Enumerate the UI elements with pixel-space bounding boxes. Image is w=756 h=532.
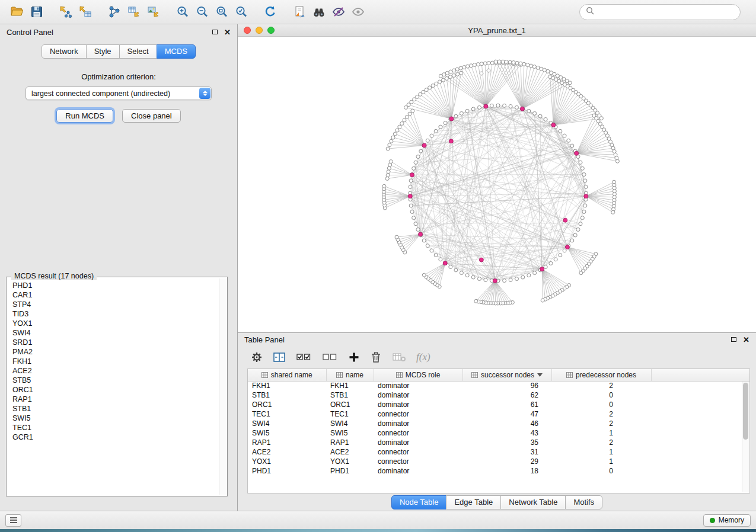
mcds-node-item[interactable]: STB1 bbox=[8, 404, 218, 414]
table-cell[interactable]: 2 bbox=[551, 381, 651, 390]
float-panel-icon[interactable] bbox=[212, 30, 218, 34]
new-network-icon[interactable] bbox=[104, 3, 124, 21]
table-cell[interactable]: dominator bbox=[374, 466, 462, 476]
table-cell[interactable]: 2 bbox=[551, 419, 651, 428]
mcds-node-item[interactable]: CAR1 bbox=[8, 290, 218, 300]
table-cell[interactable]: 31 bbox=[462, 447, 551, 457]
column-header-shared-name[interactable]: shared name bbox=[248, 369, 326, 381]
zoom-selected-icon[interactable] bbox=[231, 3, 251, 21]
delete-row-icon[interactable] bbox=[370, 351, 382, 363]
table-cell[interactable]: SWI4 bbox=[326, 419, 374, 428]
table-cell[interactable]: YOX1 bbox=[326, 457, 374, 466]
table-cell[interactable]: 1 bbox=[551, 428, 651, 438]
tab-network[interactable]: Network bbox=[42, 44, 87, 59]
table-cell[interactable]: connector bbox=[374, 428, 462, 438]
network-canvas[interactable] bbox=[238, 37, 756, 332]
table-cell[interactable]: dominator bbox=[374, 400, 462, 409]
table-row[interactable]: SWI5SWI5connector431 bbox=[248, 428, 749, 438]
column-header-MCDS-role[interactable]: MCDS role bbox=[374, 369, 462, 381]
open-session-icon[interactable] bbox=[7, 3, 27, 21]
table-cell[interactable]: 0 bbox=[551, 390, 651, 400]
table-cell[interactable]: 2 bbox=[551, 409, 651, 419]
import-network-icon[interactable] bbox=[56, 3, 75, 21]
criterion-dropdown[interactable]: largest connected component (undirected) bbox=[25, 86, 212, 100]
table-row[interactable]: FKH1FKH1dominator962 bbox=[248, 381, 749, 390]
table-row[interactable]: PHD1PHD1dominator180 bbox=[248, 466, 749, 476]
table-cell[interactable]: TEC1 bbox=[248, 409, 326, 419]
delete-table-icon[interactable] bbox=[392, 351, 406, 363]
panel-menu-button[interactable] bbox=[5, 514, 21, 527]
mcds-list-scrollbar[interactable] bbox=[219, 278, 226, 495]
table-cell[interactable]: connector bbox=[374, 457, 462, 466]
table-cell[interactable]: PHD1 bbox=[326, 466, 374, 476]
table-cell[interactable]: ACE2 bbox=[248, 447, 326, 457]
table-row[interactable]: ACE2ACE2connector311 bbox=[248, 447, 749, 457]
table-cell[interactable]: 0 bbox=[551, 400, 651, 409]
refresh-view-icon[interactable] bbox=[260, 3, 280, 21]
zoom-in-icon[interactable] bbox=[173, 3, 192, 21]
search-box[interactable] bbox=[579, 4, 741, 20]
table-row[interactable]: SWI4SWI4dominator462 bbox=[248, 419, 749, 428]
mcds-node-item[interactable]: PMA2 bbox=[8, 347, 218, 357]
settings-gear-icon[interactable] bbox=[251, 351, 263, 363]
table-scrollbar[interactable] bbox=[742, 382, 749, 492]
table-cell[interactable]: dominator bbox=[374, 381, 462, 390]
table-cell[interactable]: connector bbox=[374, 447, 462, 457]
network-window-titlebar[interactable]: YPA_prune.txt_1 bbox=[238, 24, 756, 37]
table-row[interactable]: RAP1RAP1dominator352 bbox=[248, 438, 749, 447]
tab-style[interactable]: Style bbox=[86, 44, 120, 59]
mcds-node-item[interactable]: STB5 bbox=[8, 376, 218, 385]
deselect-all-icon[interactable] bbox=[322, 351, 338, 363]
mcds-node-item[interactable]: TID3 bbox=[8, 309, 218, 319]
mcds-node-item[interactable]: YOX1 bbox=[8, 319, 218, 328]
table-cell[interactable]: RAP1 bbox=[248, 438, 326, 447]
function-builder-icon[interactable]: f(x) bbox=[416, 351, 430, 363]
table-cell[interactable]: RAP1 bbox=[326, 438, 374, 447]
show-columns-icon[interactable] bbox=[273, 351, 286, 363]
table-cell[interactable]: 61 bbox=[462, 400, 551, 409]
tab-network-table[interactable]: Network Table bbox=[500, 495, 566, 509]
mcds-node-item[interactable]: GCR1 bbox=[8, 432, 218, 442]
table-cell[interactable]: YOX1 bbox=[248, 457, 326, 466]
show-graphics-details-icon[interactable] bbox=[348, 3, 368, 21]
window-maximize-light[interactable] bbox=[267, 27, 275, 34]
table-cell[interactable]: 0 bbox=[551, 466, 651, 476]
table-cell[interactable]: 1 bbox=[551, 457, 651, 466]
add-row-icon[interactable] bbox=[348, 351, 360, 363]
zoom-fit-icon[interactable] bbox=[212, 3, 231, 21]
select-all-icon[interactable] bbox=[296, 351, 312, 363]
table-cell[interactable]: SWI5 bbox=[248, 428, 326, 438]
tab-node-table[interactable]: Node Table bbox=[391, 495, 447, 509]
mcds-node-item[interactable]: SWI5 bbox=[8, 414, 218, 423]
mcds-node-item[interactable]: SWI4 bbox=[8, 328, 218, 338]
close-table-panel-icon[interactable]: ✕ bbox=[743, 336, 749, 344]
close-panel-button[interactable]: Close panel bbox=[122, 109, 181, 123]
table-cell[interactable]: 1 bbox=[551, 447, 651, 457]
export-image-icon[interactable] bbox=[143, 3, 163, 21]
close-panel-icon[interactable]: ✕ bbox=[224, 28, 231, 36]
mcds-node-item[interactable]: SRD1 bbox=[8, 338, 218, 347]
column-header-predecessor-nodes[interactable]: predecessor nodes bbox=[551, 369, 651, 381]
table-cell[interactable]: 47 bbox=[462, 409, 551, 419]
clone-network-icon[interactable] bbox=[289, 3, 309, 21]
table-row[interactable]: STB1STB1dominator620 bbox=[248, 390, 749, 400]
mcds-node-item[interactable]: TEC1 bbox=[8, 423, 218, 432]
mcds-node-item[interactable]: RAP1 bbox=[8, 395, 218, 404]
table-cell[interactable]: 62 bbox=[462, 390, 551, 400]
float-table-panel-icon[interactable] bbox=[731, 337, 736, 342]
table-cell[interactable]: 46 bbox=[462, 419, 551, 428]
save-session-icon[interactable] bbox=[27, 3, 46, 21]
import-table-icon[interactable] bbox=[75, 3, 95, 21]
table-cell[interactable]: ACE2 bbox=[326, 447, 374, 457]
hide-graphics-details-icon[interactable] bbox=[328, 3, 348, 21]
column-header-name[interactable]: name bbox=[326, 369, 374, 381]
table-cell[interactable]: SWI5 bbox=[326, 428, 374, 438]
mcds-node-item[interactable]: PHD1 bbox=[8, 281, 218, 290]
table-cell[interactable]: SWI4 bbox=[248, 419, 326, 428]
table-row[interactable]: YOX1YOX1connector291 bbox=[248, 457, 749, 466]
table-cell[interactable]: dominator bbox=[374, 438, 462, 447]
tab-motifs[interactable]: Motifs bbox=[565, 495, 602, 509]
search-input[interactable] bbox=[598, 8, 734, 17]
search-network-icon[interactable] bbox=[309, 3, 328, 21]
tab-select[interactable]: Select bbox=[119, 44, 157, 59]
